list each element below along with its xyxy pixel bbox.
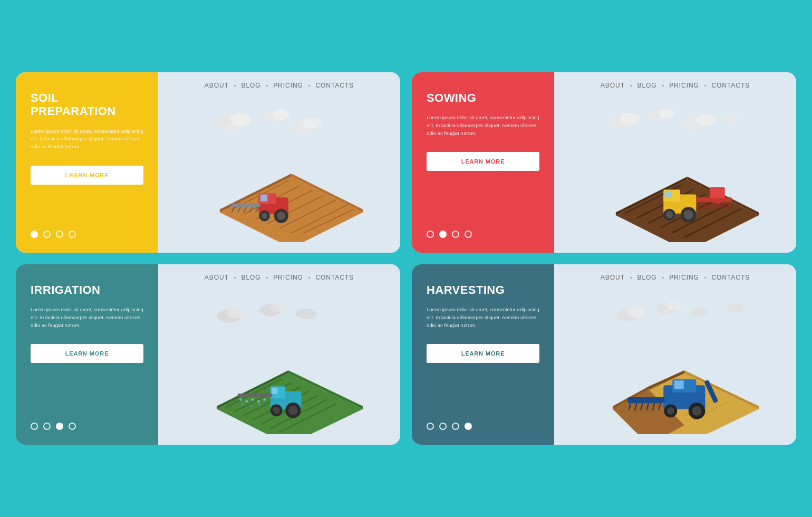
svg-rect-84 bbox=[237, 394, 272, 397]
nav-about-sowing[interactable]: ABOUT bbox=[601, 82, 625, 89]
dot-2-harvesting bbox=[439, 423, 447, 430]
card-title-sowing: SOWING bbox=[427, 91, 539, 104]
nav-blog-irrigation[interactable]: BLOG bbox=[241, 274, 260, 281]
nav-about-irrigation[interactable]: ABOUT bbox=[205, 274, 229, 281]
nav-pricing-irrigation[interactable]: PRICING bbox=[273, 274, 303, 281]
svg-point-98 bbox=[727, 303, 743, 312]
nav-contacts-irrigation[interactable]: CONTACTS bbox=[315, 274, 354, 281]
card-irrigation: IRRIGATION Lorem ipsum dolor sit amet, c… bbox=[16, 264, 400, 445]
dot-4-harvesting bbox=[465, 423, 472, 430]
svg-rect-112 bbox=[674, 380, 683, 389]
dots-row-sowing bbox=[427, 231, 539, 238]
nav-pricing-sowing[interactable]: PRICING bbox=[669, 82, 699, 89]
svg-point-65 bbox=[271, 302, 288, 312]
nav-bar-irrigation: ABOUT • BLOG • PRICING • CONTACTS bbox=[158, 264, 400, 286]
nav-bar-sowing: ABOUT • BLOG • PRICING • CONTACTS bbox=[554, 72, 796, 94]
card-title-irrigation: IRRIGATION bbox=[31, 283, 143, 296]
svg-rect-24 bbox=[231, 204, 260, 207]
svg-point-33 bbox=[659, 109, 674, 118]
card-left-sowing: SOWING Lorem ipsum dolor sit amet, conse… bbox=[412, 72, 554, 253]
svg-point-97 bbox=[690, 307, 708, 317]
dot-2-soil bbox=[43, 231, 51, 238]
svg-point-92 bbox=[259, 404, 261, 405]
svg-point-36 bbox=[723, 113, 741, 123]
svg-point-52 bbox=[683, 210, 693, 219]
svg-point-87 bbox=[251, 398, 254, 401]
svg-point-86 bbox=[245, 400, 248, 403]
svg-point-114 bbox=[667, 407, 674, 415]
nav-contacts-sowing[interactable]: CONTACTS bbox=[711, 82, 750, 89]
dots-row-irrigation bbox=[31, 423, 143, 430]
nav-pricing-soil[interactable]: PRICING bbox=[273, 82, 303, 89]
dot-1-irrigation bbox=[31, 423, 38, 430]
svg-point-21 bbox=[262, 213, 267, 219]
svg-point-89 bbox=[263, 398, 266, 401]
svg-point-91 bbox=[250, 405, 252, 407]
dots-row-harvesting bbox=[427, 423, 539, 430]
svg-point-88 bbox=[257, 400, 260, 403]
dot-1-harvesting bbox=[427, 423, 434, 430]
card-right-soil: ABOUT • BLOG • PRICING • CONTACTS bbox=[158, 72, 400, 253]
dot-4-irrigation bbox=[69, 423, 76, 430]
svg-rect-48 bbox=[664, 191, 672, 198]
svg-point-90 bbox=[241, 404, 243, 405]
svg-marker-7 bbox=[219, 177, 362, 242]
card-title-soil: SOIL PREPARATION bbox=[31, 91, 143, 118]
dots-row-soil bbox=[31, 231, 143, 238]
card-soil-preparation: SOIL PREPARATION Lorem ipsum dolor sit a… bbox=[16, 72, 400, 253]
svg-rect-117 bbox=[627, 397, 664, 403]
nav-about-soil[interactable]: ABOUT bbox=[205, 82, 229, 89]
svg-rect-19 bbox=[260, 195, 267, 202]
card-body-sowing: Lorem ipsum dolor sit amet, consectetur … bbox=[427, 114, 539, 137]
dot-4-soil bbox=[69, 231, 76, 238]
nav-bar-harvesting: ABOUT • BLOG • PRICING • CONTACTS bbox=[554, 264, 796, 286]
dot-3-soil bbox=[56, 231, 63, 238]
nav-about-harvesting[interactable]: ABOUT bbox=[601, 274, 625, 281]
svg-point-85 bbox=[239, 398, 242, 401]
svg-rect-79 bbox=[272, 388, 277, 394]
illustration-soil bbox=[158, 94, 400, 253]
card-right-irrigation: ABOUT • BLOG • PRICING • CONTACTS bbox=[158, 264, 400, 445]
illustration-sowing bbox=[554, 94, 796, 253]
nav-blog-harvesting[interactable]: BLOG bbox=[637, 274, 656, 281]
card-title-harvesting: HARVESTING bbox=[427, 283, 539, 296]
learn-more-soil-button[interactable]: LEARN MORE bbox=[31, 166, 143, 185]
card-harvesting: HARVESTING Lorem ipsum dolor sit amet, c… bbox=[412, 264, 796, 445]
nav-blog-sowing[interactable]: BLOG bbox=[637, 82, 656, 89]
svg-point-81 bbox=[273, 407, 280, 414]
card-left-irrigation: IRRIGATION Lorem ipsum dolor sit amet, c… bbox=[16, 264, 158, 445]
svg-point-35 bbox=[696, 114, 716, 126]
dot-1-sowing bbox=[427, 231, 434, 238]
card-body-soil: Lorem ipsum dolor sit amet, consectetur … bbox=[31, 128, 143, 151]
nav-contacts-soil[interactable]: CONTACTS bbox=[315, 82, 354, 89]
dot-1-soil bbox=[31, 231, 38, 238]
dot-3-sowing bbox=[452, 231, 459, 238]
nav-contacts-harvesting[interactable]: CONTACTS bbox=[711, 274, 750, 281]
illustration-harvesting bbox=[554, 286, 796, 445]
svg-point-94 bbox=[627, 307, 645, 317]
learn-more-irrigation-button[interactable]: LEARN MORE bbox=[31, 344, 143, 363]
dot-2-sowing bbox=[439, 231, 447, 238]
dot-4-sowing bbox=[465, 231, 472, 238]
svg-point-6 bbox=[303, 118, 322, 128]
card-left-harvesting: HARVESTING Lorem ipsum dolor sit amet, c… bbox=[412, 264, 554, 445]
svg-point-50 bbox=[665, 211, 673, 218]
nav-bar-soil: ABOUT • BLOG • PRICING • CONTACTS bbox=[158, 72, 400, 94]
svg-point-66 bbox=[296, 308, 316, 319]
svg-point-23 bbox=[277, 212, 285, 220]
card-right-sowing: ABOUT • BLOG • PRICING • CONTACTS bbox=[554, 72, 796, 253]
svg-point-1 bbox=[230, 113, 252, 127]
svg-point-116 bbox=[692, 406, 701, 416]
svg-point-63 bbox=[227, 308, 246, 318]
svg-point-31 bbox=[620, 113, 639, 125]
nav-pricing-harvesting[interactable]: PRICING bbox=[669, 274, 699, 281]
learn-more-harvesting-button[interactable]: LEARN MORE bbox=[427, 344, 539, 363]
learn-more-sowing-button[interactable]: LEARN MORE bbox=[427, 152, 539, 171]
nav-blog-soil[interactable]: BLOG bbox=[241, 82, 260, 89]
dot-2-irrigation bbox=[43, 423, 51, 430]
card-body-harvesting: Lorem ipsum dolor sit amet, consectetur … bbox=[427, 306, 539, 329]
main-grid: SOIL PREPARATION Lorem ipsum dolor sit a… bbox=[0, 56, 812, 461]
svg-rect-60 bbox=[710, 187, 724, 198]
dot-3-harvesting bbox=[452, 423, 459, 430]
svg-point-2 bbox=[214, 115, 231, 127]
